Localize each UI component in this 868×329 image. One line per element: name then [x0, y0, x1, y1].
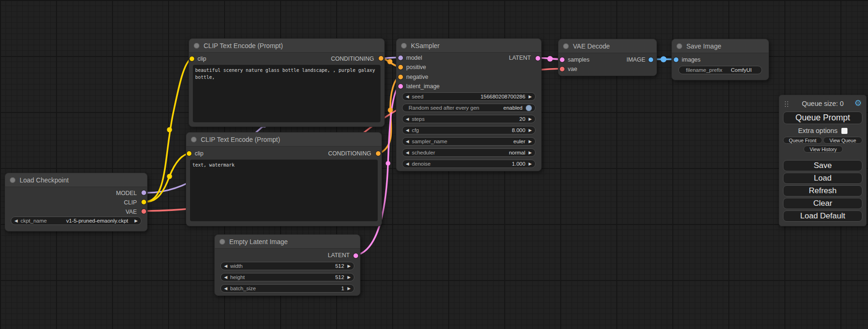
- collapse-dot-icon[interactable]: [10, 177, 15, 183]
- save-button[interactable]: Save: [783, 160, 862, 171]
- view-history-button[interactable]: View History: [804, 146, 843, 153]
- input-dot-vae[interactable]: [560, 67, 565, 71]
- output-dot-latent[interactable]: [536, 56, 540, 61]
- output-dot-conditioning[interactable]: [379, 56, 383, 61]
- left-arrow-icon[interactable]: ◀: [406, 162, 409, 166]
- view-queue-button[interactable]: View Queue: [823, 137, 862, 144]
- input-label-model: model: [406, 55, 422, 61]
- right-arrow-icon[interactable]: ▶: [529, 95, 532, 99]
- collapse-dot-icon[interactable]: [219, 239, 225, 245]
- load-button[interactable]: Load: [783, 173, 862, 184]
- input-dot-latent-image[interactable]: [398, 84, 403, 89]
- output-dot-clip[interactable]: [141, 200, 146, 204]
- scheduler-widget[interactable]: ◀ scheduler normal ▶: [402, 148, 536, 157]
- right-arrow-icon[interactable]: ▶: [529, 128, 532, 133]
- output-dot-conditioning[interactable]: [376, 151, 381, 156]
- collapse-dot-icon[interactable]: [194, 43, 199, 49]
- input-dot-clip[interactable]: [187, 151, 191, 156]
- widget-value: 20: [519, 116, 525, 122]
- node-header[interactable]: Load Checkpoint: [5, 173, 147, 187]
- left-arrow-icon[interactable]: ◀: [224, 275, 227, 280]
- node-ksampler[interactable]: KSampler LATENT model positive negative …: [396, 38, 542, 171]
- output-dot-latent[interactable]: [353, 253, 358, 258]
- prompt-textarea[interactable]: text, watermark: [190, 160, 378, 221]
- collapse-dot-icon[interactable]: [563, 43, 569, 49]
- right-arrow-icon[interactable]: ▶: [529, 140, 532, 144]
- node-clip-text-encode-positive[interactable]: CLIP Text Encode (Prompt) clip CONDITION…: [189, 38, 385, 127]
- settings-gear-icon[interactable]: ⚙: [854, 98, 862, 108]
- input-label-samples: samples: [568, 56, 590, 63]
- collapse-dot-icon[interactable]: [191, 137, 197, 142]
- left-arrow-icon[interactable]: ◀: [406, 151, 409, 155]
- cfg-widget[interactable]: ◀ cfg 8.000 ▶: [402, 126, 536, 134]
- input-dot-samples[interactable]: [560, 57, 565, 62]
- input-dot-positive[interactable]: [398, 65, 403, 70]
- node-header[interactable]: Save Image: [672, 39, 769, 53]
- clear-button[interactable]: Clear: [783, 198, 862, 209]
- load-default-button[interactable]: Load Default: [783, 210, 862, 222]
- widget-label: width: [230, 263, 243, 269]
- left-arrow-icon[interactable]: ◀: [406, 95, 409, 99]
- widget-label: scheduler: [412, 150, 435, 155]
- left-arrow-icon[interactable]: ◀: [224, 264, 227, 268]
- extra-options-checkbox[interactable]: [841, 128, 847, 134]
- node-save-image[interactable]: Save Image images filename_prefix ComfyU…: [671, 39, 769, 80]
- node-empty-latent-image[interactable]: Empty Latent Image LATENT ◀ width 512 ▶ …: [214, 234, 360, 296]
- left-arrow-icon[interactable]: ◀: [14, 219, 18, 223]
- batch-size-widget[interactable]: ◀ batch_size 1 ▶: [220, 284, 354, 293]
- queue-prompt-button[interactable]: Queue Prompt: [783, 112, 862, 124]
- height-widget[interactable]: ◀ height 512 ▶: [220, 273, 354, 281]
- queue-front-button[interactable]: Queue Front: [783, 137, 822, 144]
- node-clip-text-encode-negative[interactable]: CLIP Text Encode (Prompt) clip CONDITION…: [186, 132, 382, 226]
- right-arrow-icon[interactable]: ▶: [529, 117, 532, 121]
- right-arrow-icon[interactable]: ▶: [347, 275, 351, 280]
- input-dot-negative[interactable]: [398, 75, 403, 79]
- ckpt-name-widget[interactable]: ◀ ckpt_name v1-5-pruned-emaonly.ckpt ▶: [11, 217, 141, 225]
- denoise-widget[interactable]: ◀ denoise 1.000 ▶: [402, 160, 536, 168]
- input-dot-images[interactable]: [674, 57, 678, 62]
- prompt-textarea[interactable]: beautiful scenery nature glass bottle la…: [193, 65, 381, 122]
- input-label-images: images: [682, 56, 700, 63]
- widget-value: euler: [514, 139, 526, 144]
- output-dot-vae[interactable]: [141, 209, 146, 214]
- node-title: CLIP Text Encode (Prompt): [201, 136, 280, 143]
- node-vae-decode[interactable]: VAE Decode samples IMAGE vae: [558, 39, 657, 76]
- collapse-dot-icon[interactable]: [677, 43, 682, 49]
- node-header[interactable]: KSampler: [396, 39, 541, 53]
- steps-widget[interactable]: ◀ steps 20 ▶: [402, 115, 536, 123]
- collapse-dot-icon[interactable]: [401, 43, 407, 49]
- toggle-enabled-icon[interactable]: [526, 105, 532, 111]
- node-load-checkpoint[interactable]: Load Checkpoint MODEL CLIP VAE ◀ ckpt_na…: [5, 173, 148, 231]
- input-dot-model[interactable]: [398, 56, 403, 60]
- node-header[interactable]: Empty Latent Image: [215, 235, 360, 249]
- left-arrow-icon[interactable]: ◀: [406, 140, 409, 144]
- seed-widget[interactable]: ◀ seed 156680208700286 ▶: [402, 92, 536, 101]
- node-header[interactable]: CLIP Text Encode (Prompt): [189, 39, 384, 53]
- left-arrow-icon[interactable]: ◀: [224, 287, 227, 291]
- input-label-clip: clip: [198, 56, 206, 62]
- node-title: Load Checkpoint: [20, 176, 69, 184]
- node-header[interactable]: CLIP Text Encode (Prompt): [186, 133, 381, 147]
- input-dot-clip[interactable]: [190, 56, 194, 61]
- refresh-button[interactable]: Refresh: [783, 185, 862, 196]
- input-label-clip: clip: [195, 150, 204, 157]
- left-arrow-icon[interactable]: ◀: [406, 128, 409, 133]
- right-arrow-icon[interactable]: ▶: [134, 219, 138, 223]
- node-title: KSampler: [411, 42, 439, 49]
- width-widget[interactable]: ◀ width 512 ▶: [220, 262, 354, 270]
- widget-label: filename_prefix: [686, 67, 722, 73]
- sampler-name-widget[interactable]: ◀ sampler_name euler ▶: [402, 137, 536, 146]
- output-dot-image[interactable]: [649, 57, 653, 62]
- filename-prefix-widget[interactable]: filename_prefix ComfyUI: [678, 66, 762, 74]
- right-arrow-icon[interactable]: ▶: [347, 264, 351, 268]
- right-arrow-icon[interactable]: ▶: [347, 287, 351, 291]
- left-arrow-icon[interactable]: ◀: [406, 117, 409, 121]
- random-seed-toggle[interactable]: Random seed after every gen enabled: [402, 104, 536, 112]
- widget-value: 1.000: [512, 161, 525, 167]
- node-header[interactable]: VAE Decode: [558, 39, 656, 53]
- widget-label: height: [230, 274, 245, 280]
- right-arrow-icon[interactable]: ▶: [529, 162, 532, 166]
- right-arrow-icon[interactable]: ▶: [529, 151, 532, 155]
- output-dot-model[interactable]: [141, 190, 146, 195]
- node-graph-canvas[interactable]: Load Checkpoint MODEL CLIP VAE ◀ ckpt_na…: [0, 0, 868, 329]
